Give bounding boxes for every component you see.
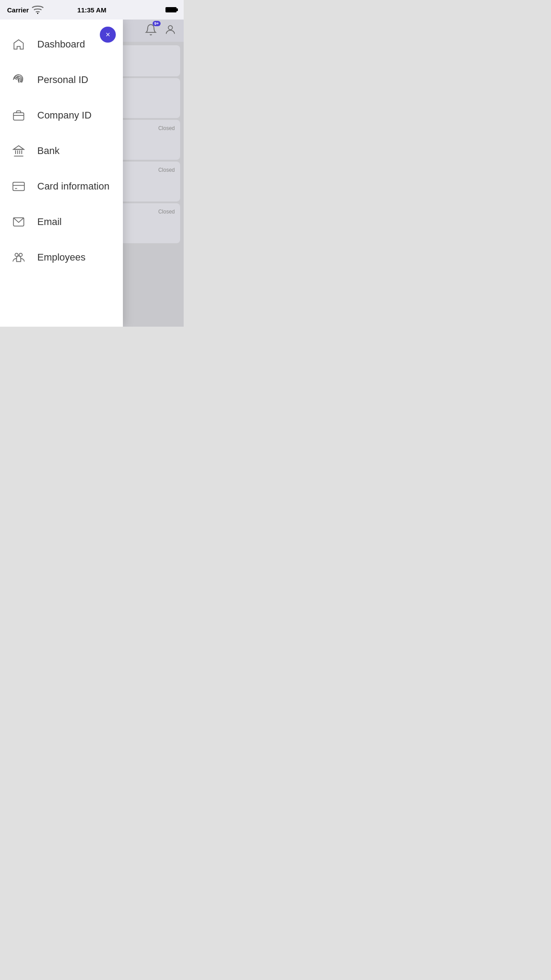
- nav-item-company-id[interactable]: Company ID: [0, 98, 123, 133]
- nav-item-card-information[interactable]: Card information: [0, 169, 123, 204]
- notification-bell-container[interactable]: 9+: [145, 24, 157, 38]
- main-container: 9+ ntity may haveofor veryl Closed ave b…: [0, 20, 184, 327]
- status-bar-right: [165, 7, 177, 12]
- status-bar: Carrier 11:35 AM: [0, 0, 184, 20]
- nav-label-employees: Employees: [37, 252, 86, 263]
- close-icon: ×: [106, 30, 110, 40]
- nav-item-personal-id[interactable]: Personal ID: [0, 62, 123, 98]
- nav-label-email: Email: [37, 216, 62, 228]
- svg-rect-2: [13, 113, 24, 120]
- briefcase-icon: [11, 107, 27, 123]
- card-icon: [11, 178, 27, 194]
- status-bar-left: Carrier: [7, 3, 44, 17]
- svg-marker-9: [13, 146, 24, 149]
- nav-label-personal-id: Personal ID: [37, 74, 88, 86]
- nav-label-dashboard: Dashboard: [37, 39, 85, 50]
- nav-item-bank[interactable]: Bank: [0, 133, 123, 169]
- nav-label-bank: Bank: [37, 145, 59, 157]
- carrier-label: Carrier: [7, 6, 29, 14]
- svg-point-0: [37, 12, 39, 14]
- svg-point-1: [168, 26, 172, 30]
- wifi-icon: [31, 3, 44, 17]
- battery-icon: [165, 7, 177, 12]
- email-icon: [11, 214, 27, 230]
- home-icon: [11, 36, 27, 52]
- navigation-drawer: × Dashboard: [0, 20, 123, 327]
- svg-rect-11: [13, 182, 24, 191]
- fingerprint-icon: [11, 72, 27, 88]
- status-bar-time: 11:35 AM: [77, 6, 106, 14]
- bank-icon: [11, 143, 27, 159]
- nav-item-employees[interactable]: Employees: [0, 240, 123, 275]
- employees-icon: [11, 249, 27, 265]
- nav-menu: Dashboard Personal ID: [0, 20, 123, 282]
- notification-badge: 9+: [153, 21, 161, 26]
- nav-item-email[interactable]: Email: [0, 204, 123, 240]
- profile-icon[interactable]: [164, 24, 177, 38]
- nav-label-card-information: Card information: [37, 181, 110, 192]
- nav-label-company-id: Company ID: [37, 110, 91, 121]
